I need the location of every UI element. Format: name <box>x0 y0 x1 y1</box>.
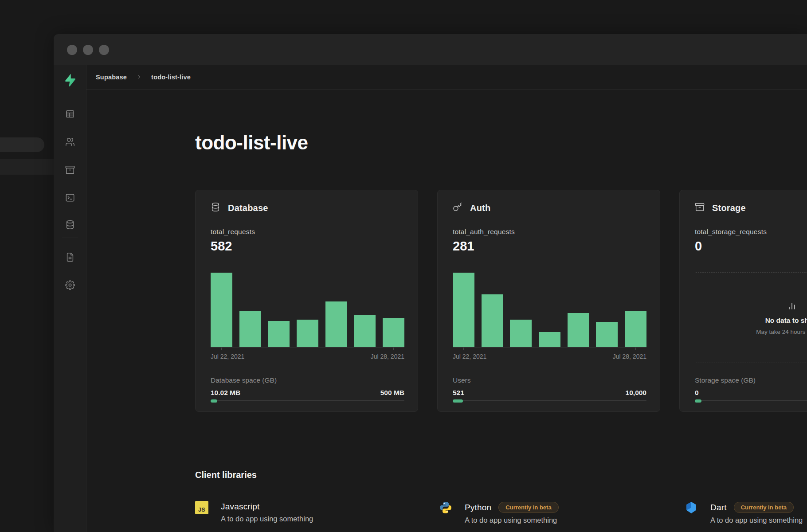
client-libraries-heading: Client libraries <box>195 470 257 480</box>
usage-current: 10.02 MB <box>211 389 240 397</box>
x-axis-end-label: Jul 28, 2021 <box>613 353 646 360</box>
dart-icon <box>685 501 698 514</box>
progress-track <box>453 400 646 401</box>
x-axis-start-label: Jul 22, 2021 <box>453 353 486 360</box>
card-title: Database <box>228 203 268 213</box>
metric-label: total_requests <box>211 228 255 236</box>
empty-state-subtitle: May take 24 hours for data <box>756 329 807 335</box>
javascript-icon: JS <box>195 501 208 514</box>
chart-bar <box>297 320 318 347</box>
x-axis-end-label: Jul 28, 2021 <box>371 353 404 360</box>
auth-requests-bar-chart <box>453 273 646 348</box>
chart-bar <box>453 273 474 347</box>
axis-tick <box>221 348 222 350</box>
sidebar-item-sql terminal-icon[interactable] <box>62 190 78 206</box>
sidebar-item-database database-icon[interactable] <box>62 217 78 233</box>
storage-card: Storage total_storage_requests 0 No data… <box>679 190 807 412</box>
breadcrumb: Supabase todo-list-live <box>86 65 807 90</box>
usage-progress-bar <box>211 399 404 403</box>
window-control-dot-1[interactable] <box>67 45 77 55</box>
empty-chart-placeholder: No data to show May take 24 hours for da… <box>695 272 807 363</box>
window-control-dot-3[interactable] <box>99 45 109 55</box>
library-name[interactable]: Dart <box>710 503 727 512</box>
chart-bar <box>596 322 618 347</box>
sidebar-item-storage archive-icon[interactable] <box>62 162 78 178</box>
database-icon <box>211 202 220 214</box>
metric-value: 582 <box>211 239 232 254</box>
chart-bar <box>239 311 261 347</box>
usage-current: 0 <box>695 389 699 397</box>
chart-bar <box>383 318 404 347</box>
chart-bar <box>539 332 560 347</box>
usage-progress-bar <box>695 399 807 403</box>
axis-tick <box>463 348 464 350</box>
usage-limit: 10,000 <box>626 389 646 397</box>
chart-bar <box>268 321 290 347</box>
sidebar-item-settings gear-icon[interactable] <box>62 277 78 293</box>
chart-bar <box>325 301 347 347</box>
card-title: Storage <box>712 203 746 213</box>
beta-badge: Currently in beta <box>498 502 558 513</box>
page-background: { "titlebar": { "controls": ["window-dot… <box>0 0 807 532</box>
empty-state-title: No data to show <box>765 317 807 325</box>
usage-label: Users <box>453 376 470 384</box>
page-title: todo-list-live <box>195 132 308 154</box>
background-pill-decoration <box>0 137 44 152</box>
progress-fill <box>695 399 701 403</box>
app-surface: Supabase todo-list-live todo-list-live D… <box>54 65 807 532</box>
breadcrumb-project[interactable]: todo-list-live <box>151 74 191 81</box>
chart-bar <box>354 315 376 347</box>
sidebar-item-docs file-icon[interactable] <box>62 249 78 265</box>
sidebar-divider <box>62 238 78 238</box>
x-axis-start-label: Jul 22, 2021 <box>211 353 244 360</box>
usage-limit: 500 MB <box>380 389 404 397</box>
sidebar-item-table-editor table-icon[interactable] <box>62 106 78 122</box>
sidebar-item-auth users-icon[interactable] <box>62 134 78 150</box>
window-titlebar <box>54 34 807 65</box>
browser-window: Supabase todo-list-live todo-list-live D… <box>54 34 807 532</box>
requests-bar-chart <box>211 273 404 348</box>
auth-card: Auth total_auth_requests 281 Jul 22, 202… <box>437 190 660 412</box>
progress-track <box>695 400 807 401</box>
archive-icon <box>695 202 705 214</box>
metric-label: total_storage_requests <box>695 228 767 236</box>
metric-value: 0 <box>695 239 702 254</box>
chart-bar <box>625 311 646 347</box>
metric-label: total_auth_requests <box>453 228 515 236</box>
supabase-logo-icon[interactable] <box>62 72 78 88</box>
usage-label: Database space (GB) <box>211 376 277 384</box>
library-item-python[interactable]: Python Currently in beta A to do app usi… <box>439 501 559 524</box>
chart-bar <box>568 313 589 347</box>
beta-badge: Currently in beta <box>734 502 794 513</box>
chart-bar <box>510 320 532 347</box>
chart-bar <box>211 273 232 347</box>
library-name[interactable]: Javascript <box>221 502 260 512</box>
breadcrumb-org[interactable]: Supabase <box>96 74 127 81</box>
progress-fill <box>453 399 463 403</box>
chevron-right-icon <box>137 73 141 81</box>
sidebar-nav <box>54 65 86 532</box>
bar-chart-icon <box>787 300 797 313</box>
usage-label: Storage space (GB) <box>695 376 756 384</box>
card-title: Auth <box>470 203 490 213</box>
window-control-dot-2[interactable] <box>83 45 93 55</box>
usage-current: 521 <box>453 389 464 397</box>
library-description: A to do app using something <box>221 515 313 523</box>
axis-tick <box>635 348 636 350</box>
library-description: A to do app using something <box>710 516 803 524</box>
library-item-dart[interactable]: Dart Currently in beta A to do app using… <box>685 501 803 524</box>
library-item-javascript[interactable]: JS Javascript A to do app using somethin… <box>195 501 313 523</box>
progress-fill <box>211 399 217 403</box>
key-icon <box>453 202 462 214</box>
library-name[interactable]: Python <box>465 503 491 512</box>
metric-value: 281 <box>453 239 474 254</box>
progress-track <box>211 400 404 401</box>
axis-tick <box>393 348 394 350</box>
usage-progress-bar <box>453 399 646 403</box>
library-description: A to do app using something <box>465 516 559 524</box>
database-card: Database total_requests 582 Jul 22, 2021… <box>195 190 418 412</box>
chart-bar <box>482 294 503 347</box>
python-icon <box>439 501 452 514</box>
background-band-decoration <box>0 159 56 175</box>
